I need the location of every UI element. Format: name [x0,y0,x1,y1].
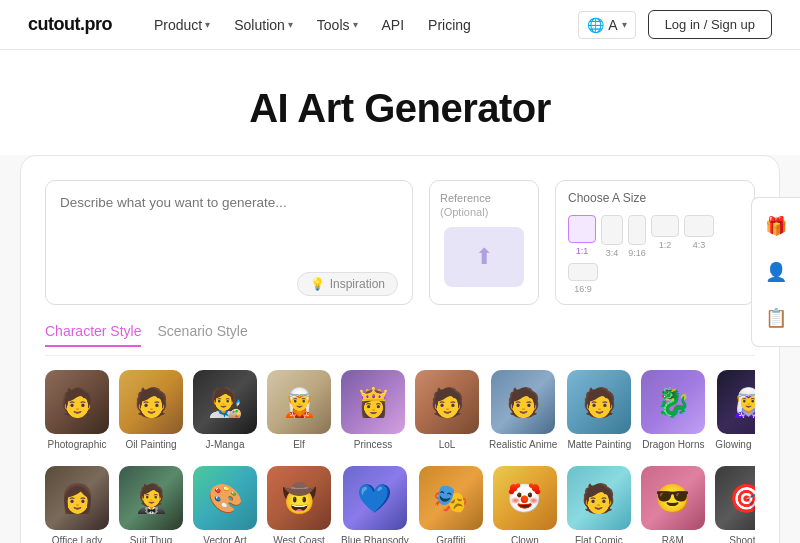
style-item-lol[interactable]: 🧑LoL [415,370,479,450]
style-item-oil[interactable]: 🧑Oil Painting [119,370,183,450]
style-item-west[interactable]: 🤠West Coast [267,466,331,543]
nav-api[interactable]: API [372,11,415,39]
style-item-matte[interactable]: 🧑Matte Painting [567,370,631,450]
style-item-elf[interactable]: 🧝Elf [267,370,331,450]
nav-solution[interactable]: Solution ▾ [224,11,303,39]
language-button[interactable]: 🌐 A ▾ [578,11,635,39]
feedback-button[interactable]: 📋 [756,298,796,338]
style-item-office[interactable]: 👩Office Lady [45,466,109,543]
style-image-glow: 🧝‍♀️ [717,370,755,434]
tab-scenario-style[interactable]: Scenario Style [157,323,247,347]
style-item-suit[interactable]: 🤵Suit Thug [119,466,183,543]
style-item-glow[interactable]: 🧝‍♀️Glowing Forest [715,370,755,450]
style-label-dragon: Dragon Horns [642,439,704,450]
gift-icon: 🎁 [765,215,787,237]
tab-character-style[interactable]: Character Style [45,323,141,347]
style-item-realistic[interactable]: 🧑Realistic Anime [489,370,557,450]
style-item-flat[interactable]: 🧑Flat Comic [567,466,631,543]
page-title: AI Art Generator [20,86,780,131]
chevron-down-icon: ▾ [205,19,210,30]
reference-upload[interactable]: ⬆ [444,227,524,287]
style-item-graffiti[interactable]: 🎭Graffiti [419,466,483,543]
style-image-rm: 😎 [641,466,705,530]
style-item-princess[interactable]: 👸Princess [341,370,405,450]
chevron-down-icon: ▾ [288,19,293,30]
style-image-vector: 🎨 [193,466,257,530]
style-image-shooter: 🎯 [715,466,755,530]
chevron-down-icon: ▾ [353,19,358,30]
reference-box: Reference (Optional) ⬆ [429,180,539,305]
size-shape-12 [651,215,679,237]
style-label-clown: Clown [511,535,539,543]
style-image-office: 👩 [45,466,109,530]
style-item-photographic[interactable]: 🧑Photographic [45,370,109,450]
style-label-rm: R&M [662,535,684,543]
style-image-west: 🤠 [267,466,331,530]
inspiration-button[interactable]: 💡 Inspiration [297,272,398,296]
navbar: cutout.pro Product ▾ Solution ▾ Tools ▾ … [0,0,800,50]
style-label-vector: Vector Art [203,535,246,543]
lightbulb-icon: 💡 [310,277,325,291]
top-row: 💡 Inspiration Reference (Optional) ⬆ Cho… [45,180,755,305]
style-image-matte: 🧑 [567,370,631,434]
style-grid-row2: 👩Office Lady🤵Suit Thug🎨Vector Art🤠West C… [45,466,755,543]
style-item-clown[interactable]: 🤡Clown [493,466,557,543]
style-label-suit: Suit Thug [130,535,173,543]
size-option-12[interactable]: 1:2 [651,215,679,258]
gift-button[interactable]: 🎁 [756,206,796,246]
size-option-169[interactable]: 16:9 [568,263,598,294]
size-option-916[interactable]: 9:16 [628,215,646,258]
style-image-elf: 🧝 [267,370,331,434]
main-card: 💡 Inspiration Reference (Optional) ⬆ Cho… [20,155,780,543]
style-image-blue: 💙 [343,466,407,530]
style-label-princess: Princess [354,439,392,450]
style-label-oil: Oil Painting [125,439,176,450]
style-label-matte: Matte Painting [567,439,631,450]
style-label-photographic: Photographic [48,439,107,450]
size-shape-34 [601,215,623,245]
chevron-down-icon: ▾ [622,19,627,30]
style-label-manga: J-Manga [206,439,245,450]
style-image-manga: 🧑‍🎨 [193,370,257,434]
nav-links: Product ▾ Solution ▾ Tools ▾ API Pricing [144,11,578,39]
support-button[interactable]: 👤 [756,252,796,292]
size-option-43[interactable]: 4:3 [684,215,714,258]
reference-label: Reference (Optional) [440,191,528,219]
style-grid-row1: 🧑Photographic🧑Oil Painting🧑‍🎨J-Manga🧝Elf… [45,370,755,454]
style-image-flat: 🧑 [567,466,631,530]
nav-tools[interactable]: Tools ▾ [307,11,368,39]
style-image-realistic: 🧑 [491,370,555,434]
size-box: Choose A Size 1:1 3:4 9:16 1:2 [555,180,755,305]
logo[interactable]: cutout.pro [28,14,112,35]
style-item-dragon[interactable]: 🐉Dragon Horns [641,370,705,450]
size-option-34[interactable]: 3:4 [601,215,623,258]
style-image-princess: 👸 [341,370,405,434]
style-item-blue[interactable]: 💙Blue Rhapsody [341,466,409,543]
nav-right: 🌐 A ▾ Log in / Sign up [578,10,772,39]
style-label-graffiti: Graffiti [436,535,465,543]
size-shape-43 [684,215,714,237]
style-label-office: Office Lady [52,535,102,543]
size-options: 1:1 3:4 9:16 1:2 4:3 [568,215,742,294]
style-label-blue: Blue Rhapsody [341,535,409,543]
style-image-graffiti: 🎭 [419,466,483,530]
style-item-rm[interactable]: 😎R&M [641,466,705,543]
login-button[interactable]: Log in / Sign up [648,10,772,39]
style-image-photographic: 🧑 [45,370,109,434]
nav-pricing[interactable]: Pricing [418,11,481,39]
size-shape-169 [568,263,598,281]
style-item-manga[interactable]: 🧑‍🎨J-Manga [193,370,257,450]
style-image-suit: 🤵 [119,466,183,530]
support-icon: 👤 [765,261,787,283]
nav-product[interactable]: Product ▾ [144,11,220,39]
style-image-oil: 🧑 [119,370,183,434]
upload-icon: ⬆ [475,244,493,270]
style-item-vector[interactable]: 🎨Vector Art [193,466,257,543]
style-label-shooter: Shooter [729,535,755,543]
style-item-shooter[interactable]: 🎯Shooter [715,466,755,543]
size-option-11[interactable]: 1:1 [568,215,596,258]
prompt-input[interactable] [60,195,398,266]
style-image-lol: 🧑 [415,370,479,434]
size-shape-11 [568,215,596,243]
prompt-area: 💡 Inspiration [45,180,413,305]
